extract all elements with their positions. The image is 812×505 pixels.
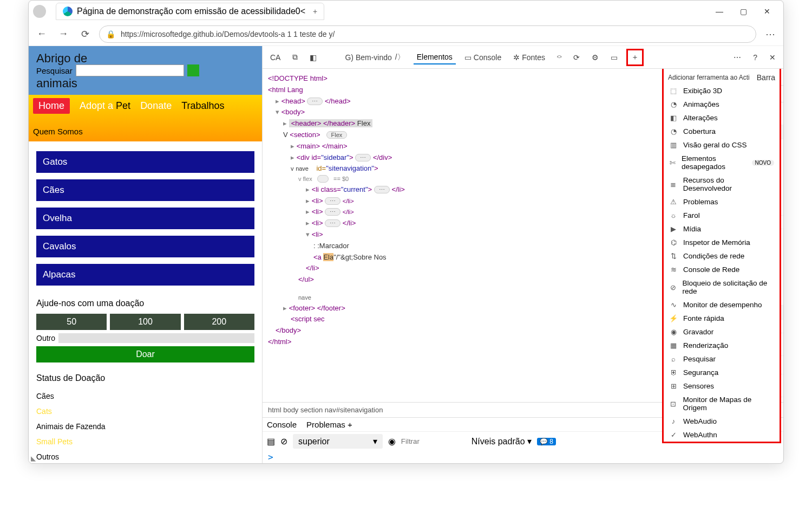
window-maximize[interactable]: ▢ bbox=[731, 3, 755, 20]
issues-badge[interactable]: 💬 8 bbox=[537, 438, 556, 445]
tab-welcome[interactable]: G) Bem-vindo/〉 bbox=[342, 50, 408, 64]
tool-menu-item[interactable]: ♪WebAudio bbox=[664, 415, 780, 428]
add-tool-button[interactable]: ＋ bbox=[626, 49, 644, 66]
tool-label: Mídia bbox=[683, 225, 701, 233]
category-button[interactable]: Ovelha bbox=[36, 208, 254, 229]
url-box[interactable]: 🔒 https://microsoftedge.github.io/Demos/… bbox=[99, 25, 756, 43]
tool-label: Bloqueio de solicitação de rede bbox=[682, 279, 774, 295]
tool-icon: ◧ bbox=[669, 114, 678, 122]
browser-tab[interactable]: Página de demonstração com emissão de ac… bbox=[56, 3, 324, 20]
tool-menu-item[interactable]: ▦Renderização bbox=[664, 339, 780, 352]
help-button[interactable]: ? bbox=[750, 51, 761, 64]
nav-about[interactable]: Quem Somos bbox=[33, 127, 258, 136]
tool-menu-item[interactable]: ✓WebAuthn bbox=[664, 428, 780, 442]
back-button[interactable]: ← bbox=[34, 27, 49, 42]
category-button[interactable]: Gatos bbox=[36, 151, 254, 173]
tool-icon: ⌕ bbox=[669, 355, 678, 363]
tool-label: Problemas bbox=[683, 198, 718, 206]
amount-button[interactable]: 200 bbox=[184, 314, 254, 330]
forward-button[interactable]: → bbox=[56, 27, 71, 42]
tab-plus[interactable]: + bbox=[313, 7, 317, 16]
status-row: Cats bbox=[36, 404, 254, 419]
drawer-tab-console[interactable]: Console bbox=[267, 420, 297, 429]
status-row: Outros bbox=[36, 449, 254, 463]
amount-button[interactable]: 100 bbox=[110, 314, 180, 330]
tool-icon: ⊘ bbox=[669, 283, 677, 292]
category-button[interactable]: Alpacas bbox=[36, 264, 254, 286]
tool-label: Condições de rede bbox=[683, 252, 744, 260]
tool-menu-item[interactable]: ∿Monitor de desempenho bbox=[664, 298, 780, 312]
tab-console[interactable]: ▭ Console bbox=[461, 51, 505, 64]
menu-button[interactable]: ⋯ bbox=[763, 27, 778, 42]
window-close[interactable]: ✕ bbox=[755, 3, 779, 20]
wifi-icon[interactable]: ⌔ bbox=[554, 51, 565, 64]
tool-icon: ✄ bbox=[669, 159, 676, 167]
reload-button[interactable]: ⟳ bbox=[77, 27, 93, 42]
tool-menu-item[interactable]: ☼Farol bbox=[664, 209, 780, 222]
more-button[interactable]: ⋯ bbox=[730, 51, 744, 64]
category-button[interactable]: Cães bbox=[36, 179, 254, 201]
panel-icon[interactable]: ▭ bbox=[607, 51, 621, 64]
tool-label: Renderização bbox=[683, 341, 728, 349]
inspect-button[interactable]: CA bbox=[267, 51, 284, 64]
tool-menu-item[interactable]: ◧Alterações bbox=[664, 111, 780, 125]
tool-icon: ◉ bbox=[669, 328, 678, 336]
other-input[interactable] bbox=[58, 333, 254, 343]
tool-menu-item[interactable]: ⊞Sensores bbox=[664, 379, 780, 393]
tool-label: Pesquisar bbox=[683, 355, 716, 363]
profile-avatar[interactable] bbox=[33, 5, 46, 18]
tool-icon: ✓ bbox=[669, 431, 678, 439]
tool-menu-item[interactable]: ◔Animações bbox=[664, 98, 780, 111]
donate-button[interactable]: Doar bbox=[36, 346, 254, 362]
drawer-tab-problems[interactable]: Problemas + bbox=[306, 420, 352, 429]
perf-icon[interactable]: ⟳ bbox=[570, 51, 583, 64]
search-go-button[interactable] bbox=[187, 64, 199, 76]
tool-menu-item[interactable]: ⌬Inspetor de Memória bbox=[664, 236, 780, 249]
clear-icon[interactable]: ⊘ bbox=[280, 436, 287, 446]
tool-label: Fonte rápida bbox=[683, 314, 724, 322]
console-filter[interactable] bbox=[401, 437, 466, 445]
tool-menu-item[interactable]: ⊡Monitor de Mapas de Origem bbox=[664, 393, 780, 415]
tab-elements[interactable]: Elementos bbox=[414, 50, 456, 64]
tool-menu-item[interactable]: ≣Recursos do Desenvolvedor bbox=[664, 173, 780, 195]
tool-menu-item[interactable]: ◔Cobertura bbox=[664, 125, 780, 138]
category-button[interactable]: Cavalos bbox=[36, 236, 254, 257]
settings-icon[interactable]: ⚙ bbox=[588, 51, 602, 64]
nav-home[interactable]: Home bbox=[33, 98, 70, 114]
nav-jobs[interactable]: Trabalhos bbox=[181, 100, 224, 112]
tool-menu-item[interactable]: ⚠Problemas bbox=[664, 195, 780, 209]
sidebar-toggle-icon[interactable]: ▤ bbox=[267, 436, 275, 446]
lock-icon: 🔒 bbox=[106, 30, 115, 38]
tool-menu-item[interactable]: ▶Mídia bbox=[664, 222, 780, 236]
dock-toggle[interactable]: ◧ bbox=[306, 51, 320, 64]
tool-menu-item[interactable]: ⌕Pesquisar bbox=[664, 352, 780, 366]
url-text: https://microsoftedge.github.io/Demos/de… bbox=[121, 30, 335, 38]
amount-button[interactable]: 50 bbox=[36, 314, 107, 330]
tool-icon: ⊡ bbox=[669, 400, 677, 408]
tool-label: Sensores bbox=[683, 382, 714, 390]
context-selector[interactable]: superior▾ bbox=[293, 434, 383, 449]
tool-menu-item[interactable]: ⚡Fonte rápida bbox=[664, 312, 780, 325]
nav-adopt[interactable]: Adopt a Pet bbox=[80, 100, 130, 112]
eye-icon[interactable]: ◉ bbox=[388, 436, 396, 446]
nav-donate[interactable]: Donate bbox=[140, 100, 172, 112]
console-prompt[interactable]: > bbox=[263, 451, 783, 463]
search-input[interactable] bbox=[76, 64, 184, 76]
close-devtools[interactable]: ✕ bbox=[766, 51, 779, 64]
devtools-toolbar: CA ⧉ ◧ G) Bem-vindo/〉 Elementos ▭ Consol… bbox=[263, 46, 783, 69]
tool-menu-item[interactable]: ⛨Segurança bbox=[664, 366, 780, 379]
tool-menu-item[interactable]: ⊘Bloqueio de solicitação de rede bbox=[664, 276, 780, 298]
tool-menu-item[interactable]: ◉Gravador bbox=[664, 325, 780, 339]
tool-menu-item[interactable]: ✄Elementos desapegadosNOVO bbox=[664, 152, 780, 173]
tool-menu-item[interactable]: ▥Visão geral do CSS bbox=[664, 138, 780, 152]
window-minimize[interactable]: — bbox=[708, 3, 731, 20]
tab-sources[interactable]: ✲ Fontes bbox=[510, 51, 548, 64]
tool-menu-item[interactable]: ⇅Condições de rede bbox=[664, 249, 780, 263]
address-bar: ← → ⟳ 🔒 https://microsoftedge.github.io/… bbox=[29, 22, 783, 46]
tool-menu-item[interactable]: ≋Console de Rede bbox=[664, 263, 780, 276]
log-levels[interactable]: Níveis padrão ▾ bbox=[472, 436, 532, 446]
tool-icon: ♪ bbox=[669, 417, 678, 425]
tool-menu-item[interactable]: ⬚Exibição 3D bbox=[664, 84, 780, 98]
tool-label: Console de Rede bbox=[683, 266, 739, 274]
device-toggle[interactable]: ⧉ bbox=[289, 50, 301, 64]
